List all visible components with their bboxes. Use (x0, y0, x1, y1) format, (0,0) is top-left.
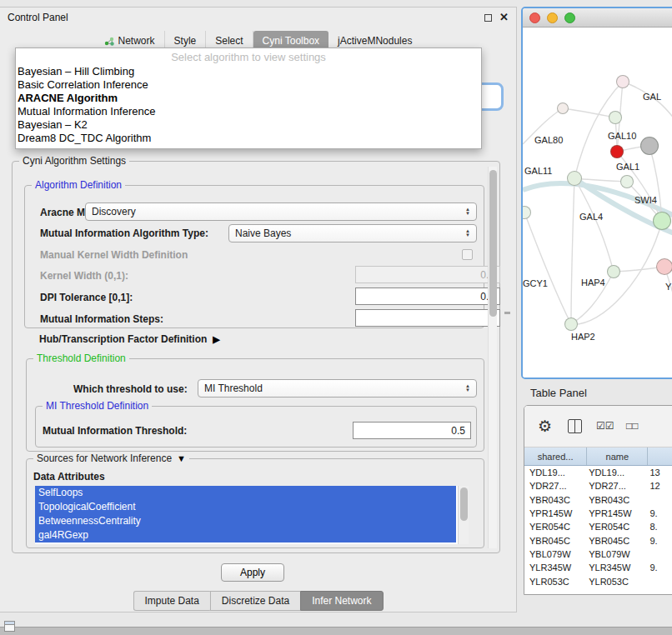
network-node[interactable] (609, 111, 622, 124)
network-view-window: GALGAL80GAL10GAL11GAL1SWI4GAL4GCY1HAP4HA… (521, 7, 672, 379)
close-traffic-light[interactable] (529, 12, 540, 23)
table-cell: YDL19... (524, 468, 587, 478)
data-attribute-item[interactable]: TopologicalCoefficient (35, 500, 456, 514)
network-node[interactable] (656, 258, 672, 275)
network-window-titlebar (523, 8, 672, 28)
deselect-all-icon[interactable]: □□ (626, 420, 639, 432)
mi-type-select[interactable]: Naive Bayes ▲▼ (228, 224, 477, 242)
network-node[interactable] (564, 318, 578, 331)
table-row[interactable]: YBL079WYBL079W (524, 548, 672, 561)
data-attributes-list[interactable]: SelfLoopsTopologicalCoefficientBetweenne… (35, 486, 469, 544)
column-header-shared[interactable]: shared... (524, 448, 587, 465)
tab-label: Cyni Toolbox (263, 35, 319, 47)
table-header: shared... name (524, 448, 672, 466)
manual-kernel-checkbox[interactable] (462, 249, 473, 260)
apply-button[interactable]: Apply (221, 563, 284, 582)
zoom-traffic-light[interactable] (564, 12, 575, 23)
table-rows: YDL19...YDL19...13YDR27...YDR27...12YBR0… (524, 466, 672, 588)
network-node[interactable] (610, 145, 624, 158)
network-node[interactable] (557, 102, 569, 114)
column-header-cut[interactable] (648, 448, 672, 465)
control-panel-title: Control Panel (8, 12, 68, 23)
algorithm-popup-item[interactable]: Bayesian – Hill Climbing (16, 65, 481, 78)
network-canvas[interactable]: GALGAL80GAL10GAL11GAL1SWI4GAL4GCY1HAP4HA… (523, 28, 672, 378)
table-row[interactable]: YLR345WYLR345W9. (524, 561, 672, 574)
column-header-name[interactable]: name (587, 448, 648, 465)
network-node-label: SWI4 (634, 195, 657, 205)
mi-threshold-input[interactable]: 0.5 (353, 422, 471, 439)
mi-threshold-label: Mutual Information Threshold: (43, 425, 187, 437)
tab-impute-data[interactable]: Impute Data (133, 591, 209, 611)
table-cell: YBL079W (587, 549, 648, 559)
minimize-traffic-light[interactable] (547, 12, 558, 23)
close-icon[interactable]: ✕ (499, 13, 509, 22)
table-cell: 9. (648, 508, 672, 518)
attributes-scrollbar-thumb[interactable] (460, 488, 468, 521)
table-cell: YER054C (524, 522, 587, 532)
table-row[interactable]: YDR27...YDR27...12 (524, 479, 672, 492)
table-row[interactable]: YPR145WYPR145W9. (524, 507, 672, 520)
cyni-algorithm-settings-group: Cyni Algorithm Settings Algorithm Defini… (12, 161, 500, 553)
network-node[interactable] (567, 171, 582, 186)
mi-steps-input[interactable]: 6 (355, 309, 500, 327)
gear-icon[interactable]: ⚙ (538, 417, 552, 436)
tab-infer-network[interactable]: Infer Network (300, 591, 383, 611)
table-cell: YLR053C (587, 577, 648, 587)
table-row[interactable]: YDL19...YDL19...13 (524, 466, 672, 479)
data-attribute-item[interactable]: SelfLoops (35, 486, 456, 500)
hub-section-label: Hub/Transcription Factor Definition (39, 333, 207, 345)
data-attribute-item[interactable]: gal4RGexp (35, 528, 456, 542)
table-cell: YDR27... (524, 481, 587, 491)
network-tab-icon (104, 36, 114, 46)
algorithm-popup-item[interactable]: Bayesian – K2 (16, 118, 481, 132)
desktop: Control Panel ✕ Network Style Select (0, 0, 672, 635)
dpi-tolerance-input[interactable]: 0.0 (355, 288, 500, 305)
table-cell: YBR045C (524, 536, 587, 546)
which-threshold-value: MI Threshold (204, 382, 263, 394)
panel-splitter-handle[interactable] (504, 312, 510, 314)
tab-discretize-data[interactable]: Discretize Data (210, 591, 300, 611)
table-cell: YBR043C (587, 495, 648, 505)
manual-kernel-label: Manual Kernel Width Definition (40, 249, 188, 261)
float-window-icon[interactable] (484, 14, 492, 22)
tab-label: Network (118, 35, 155, 47)
algorithm-popup-item[interactable]: Basic Correlation Inference (16, 78, 481, 92)
attributes-scrollbar[interactable] (458, 486, 469, 544)
aracne-mode-select[interactable]: Discovery ▲▼ (85, 202, 477, 221)
table-row[interactable]: YER054CYER054C8. (524, 520, 672, 533)
tab-label: Style (174, 35, 197, 47)
settings-scrollbar-thumb[interactable] (489, 170, 497, 317)
network-node[interactable] (640, 137, 659, 155)
algorithm-popup-item[interactable]: Dream8 DC_TDC Algorithm (16, 132, 481, 145)
table-row[interactable]: YLR053CYLR053C (524, 574, 672, 588)
bottom-tabs: Impute Data Discretize Data Infer Networ… (133, 591, 383, 611)
which-threshold-select[interactable]: MI Threshold ▲▼ (198, 379, 477, 398)
table-cell: 12 (648, 481, 672, 491)
table-cell: YLR345W (524, 562, 587, 572)
select-all-icon[interactable]: ☑☑ (596, 420, 614, 432)
combo-arrows-icon: ▲▼ (465, 208, 470, 216)
network-node-label: HAP4 (581, 278, 605, 288)
data-attribute-item[interactable]: BetweennessCentrality (35, 514, 456, 528)
algorithm-definition-group: Algorithm Definition Aracne Mode: Discov… (24, 185, 484, 328)
sources-section-header[interactable]: Sources for Network Inference ▼ (37, 452, 186, 464)
algorithm-popup-list: Bayesian – Hill ClimbingBasic Correlatio… (16, 65, 481, 145)
mi-type-label: Mutual Information Algorithm Type: (40, 228, 208, 239)
table-row[interactable]: YBR045CYBR045C9. (524, 533, 672, 547)
network-node[interactable] (616, 75, 629, 88)
network-node[interactable] (620, 175, 634, 188)
tab-label: Select (215, 35, 243, 47)
columns-icon[interactable] (568, 419, 582, 433)
algorithm-popup-item[interactable]: ARACNE Algorithm (16, 92, 481, 105)
tab-label: jActiveMNodules (338, 35, 412, 47)
network-node[interactable] (607, 265, 620, 278)
settings-group-title: Cyni Algorithm Settings (19, 155, 129, 167)
algorithm-popup-item[interactable]: Mutual Information Inference (16, 105, 481, 118)
hub-transcription-factor-section[interactable]: Hub/Transcription Factor Definition ▶ (39, 333, 220, 345)
settings-scrollbar[interactable] (488, 167, 497, 548)
minimized-panel-icon[interactable] (4, 621, 15, 632)
network-node[interactable] (653, 212, 671, 230)
threshold-definition-group: Threshold Definition Which threshold to … (26, 358, 484, 452)
table-row[interactable]: YBR043CYBR043C (524, 493, 672, 507)
kernel-width-input[interactable]: 0.0 (355, 266, 500, 283)
